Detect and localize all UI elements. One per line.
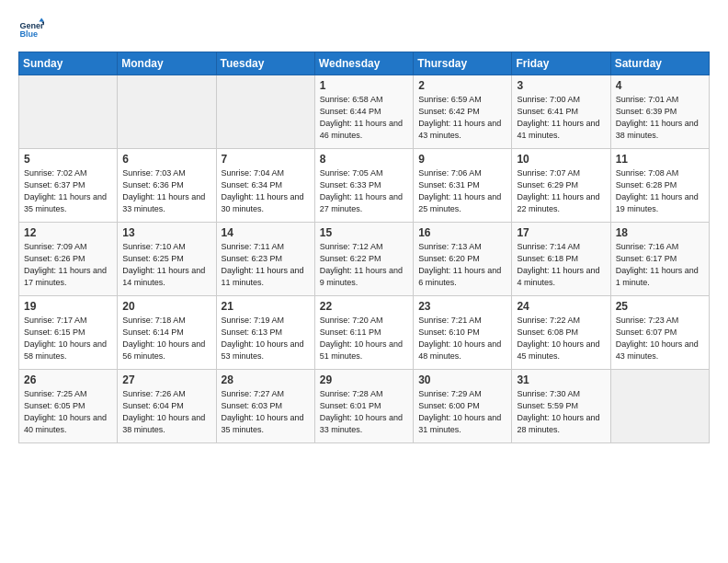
day-cell: 30Sunrise: 7:29 AMSunset: 6:00 PMDayligh… — [414, 370, 512, 443]
day-cell: 19Sunrise: 7:17 AMSunset: 6:15 PMDayligh… — [19, 296, 118, 370]
day-number: 3 — [517, 79, 605, 92]
day-number: 16 — [418, 226, 506, 239]
day-info: Sunrise: 7:05 AMSunset: 6:33 PMDaylight:… — [320, 167, 408, 215]
day-cell — [610, 370, 709, 443]
col-header-saturday: Saturday — [610, 52, 709, 75]
day-cell: 24Sunrise: 7:22 AMSunset: 6:08 PMDayligh… — [512, 296, 610, 370]
page-header: General Blue — [18, 17, 710, 42]
calendar-page: General Blue SundayMondayTuesdayWednesda… — [0, 0, 728, 460]
day-cell: 17Sunrise: 7:14 AMSunset: 6:18 PMDayligh… — [512, 223, 610, 296]
day-number: 20 — [122, 300, 210, 313]
day-number: 25 — [616, 300, 704, 313]
day-cell: 12Sunrise: 7:09 AMSunset: 6:26 PMDayligh… — [19, 223, 118, 296]
day-info: Sunrise: 7:02 AMSunset: 6:37 PMDaylight:… — [24, 167, 112, 215]
day-info: Sunrise: 7:01 AMSunset: 6:39 PMDaylight:… — [616, 94, 704, 142]
day-cell: 28Sunrise: 7:27 AMSunset: 6:03 PMDayligh… — [216, 370, 314, 443]
day-number: 18 — [616, 226, 704, 239]
day-number: 14 — [222, 226, 310, 239]
day-info: Sunrise: 7:06 AMSunset: 6:31 PMDaylight:… — [418, 167, 506, 215]
day-number: 11 — [616, 153, 704, 166]
day-cell: 23Sunrise: 7:21 AMSunset: 6:10 PMDayligh… — [414, 296, 512, 370]
day-cell: 9Sunrise: 7:06 AMSunset: 6:31 PMDaylight… — [414, 149, 512, 223]
day-cell: 1Sunrise: 6:58 AMSunset: 6:44 PMDaylight… — [314, 75, 413, 149]
week-row-4: 26Sunrise: 7:25 AMSunset: 6:05 PMDayligh… — [19, 370, 710, 443]
day-cell: 22Sunrise: 7:20 AMSunset: 6:11 PMDayligh… — [314, 296, 413, 370]
day-cell: 13Sunrise: 7:10 AMSunset: 6:25 PMDayligh… — [118, 223, 216, 296]
day-number: 12 — [24, 226, 112, 239]
day-cell: 20Sunrise: 7:18 AMSunset: 6:14 PMDayligh… — [118, 296, 216, 370]
day-number: 26 — [24, 373, 112, 386]
header-row: SundayMondayTuesdayWednesdayThursdayFrid… — [19, 52, 710, 75]
day-cell: 7Sunrise: 7:04 AMSunset: 6:34 PMDaylight… — [216, 149, 314, 223]
day-cell — [19, 75, 118, 149]
day-number: 13 — [122, 226, 210, 239]
day-info: Sunrise: 7:14 AMSunset: 6:18 PMDaylight:… — [517, 241, 605, 289]
day-number: 5 — [24, 153, 112, 166]
day-info: Sunrise: 7:23 AMSunset: 6:07 PMDaylight:… — [616, 315, 704, 362]
day-cell: 21Sunrise: 7:19 AMSunset: 6:13 PMDayligh… — [216, 296, 314, 370]
week-row-3: 19Sunrise: 7:17 AMSunset: 6:15 PMDayligh… — [19, 296, 710, 370]
day-cell: 15Sunrise: 7:12 AMSunset: 6:22 PMDayligh… — [314, 223, 413, 296]
col-header-tuesday: Tuesday — [216, 52, 314, 75]
day-number: 27 — [122, 373, 210, 386]
logo-icon: General Blue — [18, 17, 44, 42]
day-info: Sunrise: 7:25 AMSunset: 6:05 PMDaylight:… — [24, 388, 112, 436]
day-info: Sunrise: 7:27 AMSunset: 6:03 PMDaylight:… — [222, 388, 310, 436]
day-number: 1 — [320, 79, 408, 92]
day-info: Sunrise: 7:10 AMSunset: 6:25 PMDaylight:… — [122, 241, 210, 289]
day-info: Sunrise: 7:22 AMSunset: 6:08 PMDaylight:… — [517, 315, 605, 362]
day-number: 17 — [517, 226, 605, 239]
day-info: Sunrise: 7:13 AMSunset: 6:20 PMDaylight:… — [418, 241, 506, 289]
day-number: 23 — [418, 300, 506, 313]
day-number: 30 — [418, 373, 506, 386]
day-cell: 26Sunrise: 7:25 AMSunset: 6:05 PMDayligh… — [19, 370, 118, 443]
day-cell: 18Sunrise: 7:16 AMSunset: 6:17 PMDayligh… — [610, 223, 709, 296]
day-info: Sunrise: 7:11 AMSunset: 6:23 PMDaylight:… — [222, 241, 310, 289]
svg-text:Blue: Blue — [19, 29, 38, 39]
day-number: 19 — [24, 300, 112, 313]
day-number: 31 — [517, 373, 605, 386]
day-info: Sunrise: 7:08 AMSunset: 6:28 PMDaylight:… — [616, 167, 704, 215]
calendar-table: SundayMondayTuesdayWednesdayThursdayFrid… — [18, 52, 710, 443]
day-info: Sunrise: 7:20 AMSunset: 6:11 PMDaylight:… — [320, 315, 408, 362]
day-cell — [118, 75, 216, 149]
day-cell: 8Sunrise: 7:05 AMSunset: 6:33 PMDaylight… — [314, 149, 413, 223]
week-row-0: 1Sunrise: 6:58 AMSunset: 6:44 PMDaylight… — [19, 75, 710, 149]
day-cell: 29Sunrise: 7:28 AMSunset: 6:01 PMDayligh… — [314, 370, 413, 443]
day-info: Sunrise: 7:16 AMSunset: 6:17 PMDaylight:… — [616, 241, 704, 289]
day-info: Sunrise: 7:17 AMSunset: 6:15 PMDaylight:… — [24, 315, 112, 362]
day-info: Sunrise: 7:03 AMSunset: 6:36 PMDaylight:… — [122, 167, 210, 215]
day-number: 29 — [320, 373, 408, 386]
col-header-friday: Friday — [512, 52, 610, 75]
col-header-wednesday: Wednesday — [314, 52, 413, 75]
day-number: 2 — [418, 79, 506, 92]
day-cell — [216, 75, 314, 149]
day-cell: 14Sunrise: 7:11 AMSunset: 6:23 PMDayligh… — [216, 223, 314, 296]
day-cell: 27Sunrise: 7:26 AMSunset: 6:04 PMDayligh… — [118, 370, 216, 443]
day-number: 10 — [517, 153, 605, 166]
day-cell: 16Sunrise: 7:13 AMSunset: 6:20 PMDayligh… — [414, 223, 512, 296]
day-info: Sunrise: 7:07 AMSunset: 6:29 PMDaylight:… — [517, 167, 605, 215]
day-info: Sunrise: 6:59 AMSunset: 6:42 PMDaylight:… — [418, 94, 506, 142]
day-info: Sunrise: 7:19 AMSunset: 6:13 PMDaylight:… — [222, 315, 310, 362]
day-number: 28 — [222, 373, 310, 386]
day-info: Sunrise: 7:28 AMSunset: 6:01 PMDaylight:… — [320, 388, 408, 436]
svg-marker-2 — [39, 17, 44, 21]
day-number: 15 — [320, 226, 408, 239]
day-info: Sunrise: 6:58 AMSunset: 6:44 PMDaylight:… — [320, 94, 408, 142]
day-number: 4 — [616, 79, 704, 92]
day-cell: 5Sunrise: 7:02 AMSunset: 6:37 PMDaylight… — [19, 149, 118, 223]
day-cell: 31Sunrise: 7:30 AMSunset: 5:59 PMDayligh… — [512, 370, 610, 443]
day-info: Sunrise: 7:21 AMSunset: 6:10 PMDaylight:… — [418, 315, 506, 362]
day-cell: 25Sunrise: 7:23 AMSunset: 6:07 PMDayligh… — [610, 296, 709, 370]
day-cell: 10Sunrise: 7:07 AMSunset: 6:29 PMDayligh… — [512, 149, 610, 223]
day-cell: 6Sunrise: 7:03 AMSunset: 6:36 PMDaylight… — [118, 149, 216, 223]
col-header-thursday: Thursday — [414, 52, 512, 75]
col-header-monday: Monday — [118, 52, 216, 75]
day-info: Sunrise: 7:04 AMSunset: 6:34 PMDaylight:… — [222, 167, 310, 215]
week-row-2: 12Sunrise: 7:09 AMSunset: 6:26 PMDayligh… — [19, 223, 710, 296]
day-number: 8 — [320, 153, 408, 166]
logo: General Blue — [18, 17, 44, 42]
day-info: Sunrise: 7:12 AMSunset: 6:22 PMDaylight:… — [320, 241, 408, 289]
day-number: 9 — [418, 153, 506, 166]
